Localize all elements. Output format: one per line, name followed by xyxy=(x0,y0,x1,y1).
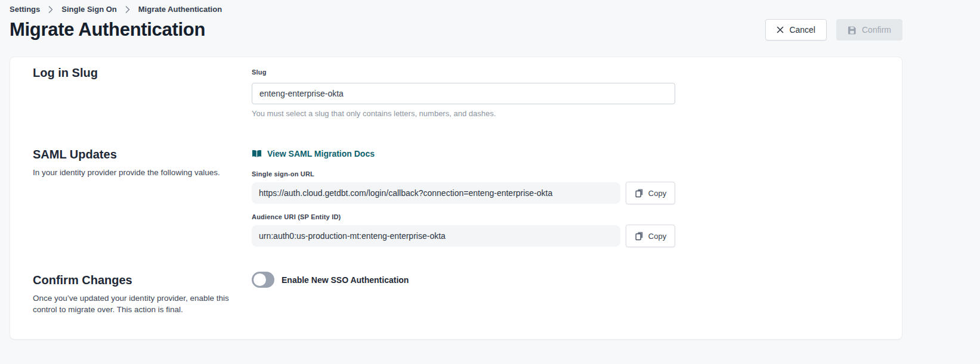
sso-url-copy-button[interactable]: Copy xyxy=(626,182,675,204)
page-title: Migrate Authentication xyxy=(10,19,205,41)
chevron-right-icon xyxy=(48,6,53,13)
sso-toggle-row: Enable New SSO Authentication xyxy=(252,272,675,288)
confirm-changes-form: Enable New SSO Authentication xyxy=(252,273,675,315)
x-icon xyxy=(777,26,784,33)
saml-updates-section: SAML Updates In your identity provider p… xyxy=(33,148,879,247)
sso-url-row: https://auth.cloud.getdbt.com/login/call… xyxy=(252,182,675,204)
cancel-button-label: Cancel xyxy=(789,25,815,35)
confirm-changes-section: Confirm Changes Once you’ve updated your… xyxy=(33,273,879,315)
saml-updates-heading: SAML Updates xyxy=(33,148,252,161)
view-saml-migration-docs-link[interactable]: View SAML Migration Docs xyxy=(252,149,375,158)
enable-sso-toggle-label: Enable New SSO Authentication xyxy=(282,275,409,285)
login-slug-left: Log in Slug xyxy=(33,66,252,118)
sso-url-value: https://auth.cloud.getdbt.com/login/call… xyxy=(252,182,620,204)
page-container: Settings Single Sign On Migrate Authenti… xyxy=(10,0,902,340)
copy-icon xyxy=(635,188,644,198)
page-header: Migrate Authentication Cancel Confirm xyxy=(10,19,902,41)
header-actions: Cancel Confirm xyxy=(765,19,902,41)
slug-label: Slug xyxy=(252,69,267,76)
slug-help-text: You must select a slug that only contain… xyxy=(252,109,675,118)
audience-uri-row: urn:auth0:us-production-mt:enteng-enterp… xyxy=(252,225,675,247)
breadcrumb: Settings Single Sign On Migrate Authenti… xyxy=(10,0,902,14)
chevron-right-icon xyxy=(125,6,130,13)
saml-updates-description: In your identity provider provide the fo… xyxy=(33,167,230,178)
audience-uri-copy-button[interactable]: Copy xyxy=(626,225,675,247)
toggle-knob xyxy=(253,273,266,286)
copy-button-label: Copy xyxy=(648,232,666,241)
slug-input[interactable] xyxy=(252,83,675,104)
breadcrumb-single-sign-on[interactable]: Single Sign On xyxy=(61,5,116,14)
enable-sso-toggle[interactable] xyxy=(252,272,274,288)
confirm-changes-description: Once you’ve updated your identity provid… xyxy=(33,293,230,315)
copy-icon xyxy=(635,231,644,241)
sso-url-label: Single sign-on URL xyxy=(252,170,675,178)
login-slug-heading: Log in Slug xyxy=(33,66,252,80)
book-icon xyxy=(252,150,262,158)
login-slug-section: Log in Slug Slug You must select a slug … xyxy=(33,66,879,118)
docs-link-label: View SAML Migration Docs xyxy=(267,149,375,158)
breadcrumb-settings[interactable]: Settings xyxy=(10,5,40,14)
cancel-button[interactable]: Cancel xyxy=(765,19,827,41)
login-slug-form: Slug You must select a slug that only co… xyxy=(252,66,675,118)
audience-uri-value: urn:auth0:us-production-mt:enteng-enterp… xyxy=(252,225,620,247)
breadcrumb-current: Migrate Authentication xyxy=(138,5,222,14)
confirm-changes-heading: Confirm Changes xyxy=(33,273,252,287)
save-icon xyxy=(848,26,857,35)
audience-uri-label: Audience URI (SP Entity ID) xyxy=(252,213,675,220)
confirm-button[interactable]: Confirm xyxy=(836,19,902,41)
confirm-changes-left: Confirm Changes Once you’ve updated your… xyxy=(33,273,252,315)
saml-updates-left: SAML Updates In your identity provider p… xyxy=(33,148,252,247)
copy-button-label: Copy xyxy=(648,189,666,198)
confirm-button-label: Confirm xyxy=(862,25,891,35)
migrate-authentication-card: Log in Slug Slug You must select a slug … xyxy=(10,57,902,340)
audience-uri-field: Audience URI (SP Entity ID) urn:auth0:us… xyxy=(252,213,675,247)
saml-updates-form: View SAML Migration Docs Single sign-on … xyxy=(252,148,675,247)
sso-url-field: Single sign-on URL https://auth.cloud.ge… xyxy=(252,170,675,204)
